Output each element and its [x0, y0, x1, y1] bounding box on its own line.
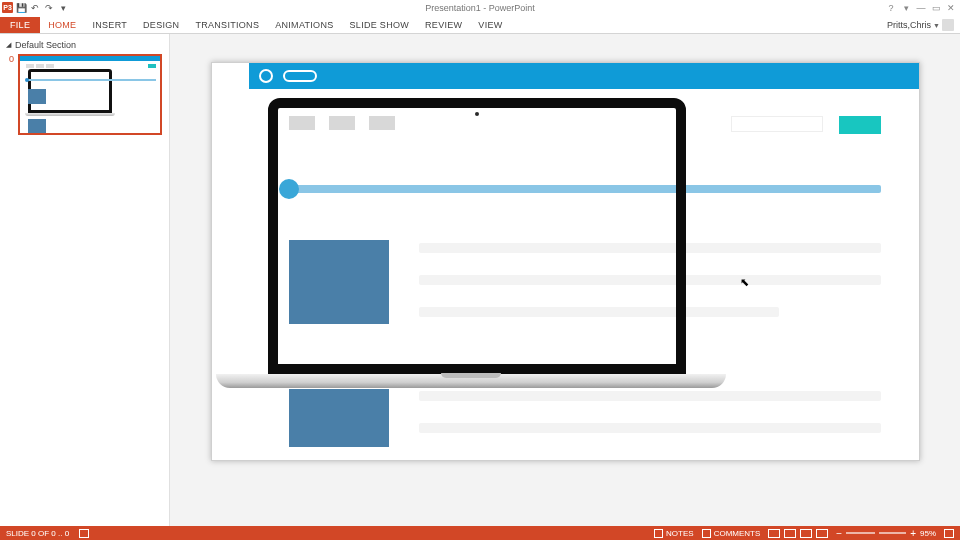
normal-view-button[interactable]: [768, 529, 780, 538]
chevron-down-icon: ▼: [933, 22, 940, 29]
window-controls: ? ▾ — ▭ ✕: [884, 2, 958, 14]
tab-file[interactable]: FILE: [0, 17, 40, 33]
notes-button[interactable]: NOTES: [654, 529, 694, 538]
tab-transitions[interactable]: TRANSITIONS: [187, 17, 267, 33]
comments-icon: [702, 529, 711, 538]
mock-teal-button: [839, 116, 881, 134]
quick-access-toolbar: P3 💾 ↶ ↷ ▾: [2, 2, 69, 14]
mock-progress-track: [281, 185, 881, 193]
mock-pill-shape: [283, 70, 317, 82]
slide-thumbnail[interactable]: [18, 54, 162, 135]
zoom-control: − + 95%: [836, 528, 936, 539]
comments-button[interactable]: COMMENTS: [702, 529, 761, 538]
zoom-in-button[interactable]: +: [910, 528, 916, 539]
close-button[interactable]: ✕: [944, 2, 958, 14]
notes-icon: [654, 529, 663, 538]
tab-view[interactable]: VIEW: [470, 17, 510, 33]
mouse-cursor-icon: ⬉: [740, 276, 749, 289]
mock-search-field: [731, 116, 823, 132]
ribbon-options-button[interactable]: ▾: [899, 2, 913, 14]
comments-label: COMMENTS: [714, 529, 761, 538]
slide-editor[interactable]: ⬉: [170, 34, 960, 526]
slideshow-view-button[interactable]: [816, 529, 828, 538]
section-header[interactable]: ◢ Default Section: [6, 40, 163, 50]
qat-customize-icon[interactable]: ▾: [57, 2, 69, 14]
view-switcher: [768, 529, 828, 538]
zoom-slider[interactable]: [846, 532, 906, 534]
spellcheck-icon[interactable]: [79, 529, 89, 538]
fit-to-window-button[interactable]: [944, 529, 954, 538]
undo-icon[interactable]: ↶: [29, 2, 41, 14]
save-icon[interactable]: 💾: [15, 2, 27, 14]
mock-card-top: [289, 240, 389, 324]
mock-progress-handle: [279, 179, 299, 199]
user-name: Pritts,Chris: [887, 20, 931, 30]
section-collapse-icon: ◢: [6, 41, 11, 49]
section-label: Default Section: [15, 40, 76, 50]
sorter-view-button[interactable]: [784, 529, 796, 538]
slide-number: 0: [6, 54, 14, 64]
mock-text-lines-bottom: [419, 391, 881, 455]
reading-view-button[interactable]: [800, 529, 812, 538]
tab-review[interactable]: REVIEW: [417, 17, 470, 33]
thumbnail-row: 0: [6, 54, 163, 135]
tab-home[interactable]: HOME: [40, 17, 84, 33]
mock-circle-icon: [259, 69, 273, 83]
zoom-out-button[interactable]: −: [836, 528, 842, 539]
maximize-button[interactable]: ▭: [929, 2, 943, 14]
ribbon-tabs: FILE HOME INSERT DESIGN TRANSITIONS ANIM…: [0, 15, 960, 34]
tab-insert[interactable]: INSERT: [84, 17, 135, 33]
zoom-percent: 95%: [920, 529, 936, 538]
help-button[interactable]: ?: [884, 2, 898, 14]
mock-text-lines-top: [419, 243, 881, 339]
signed-in-user[interactable]: Pritts,Chris ▼: [887, 19, 954, 31]
mock-header-bar: [249, 63, 919, 89]
mock-wireframe: [249, 63, 919, 460]
slide-canvas[interactable]: [211, 62, 920, 461]
mock-card-bottom: [289, 389, 389, 447]
minimize-button[interactable]: —: [914, 2, 928, 14]
status-bar: SLIDE 0 OF 0 .. 0 NOTES COMMENTS − + 95%: [0, 526, 960, 540]
document-title: Presentation1 - PowerPoint: [425, 3, 535, 13]
title-bar: P3 💾 ↶ ↷ ▾ Presentation1 - PowerPoint ? …: [0, 0, 960, 15]
avatar: [942, 19, 954, 31]
notes-label: NOTES: [666, 529, 694, 538]
redo-icon[interactable]: ↷: [43, 2, 55, 14]
mock-tab-placeholders: [289, 116, 395, 130]
slide-count-status: SLIDE 0 OF 0 .. 0: [6, 529, 69, 538]
slide-thumbnail-panel[interactable]: ◢ Default Section 0: [0, 34, 170, 526]
tab-design[interactable]: DESIGN: [135, 17, 187, 33]
tab-animations[interactable]: ANIMATIONS: [267, 17, 341, 33]
tab-slideshow[interactable]: SLIDE SHOW: [342, 17, 418, 33]
app-icon: P3: [2, 2, 13, 13]
zoom-slider-thumb[interactable]: [875, 529, 879, 537]
content-area: ◢ Default Section 0: [0, 34, 960, 526]
